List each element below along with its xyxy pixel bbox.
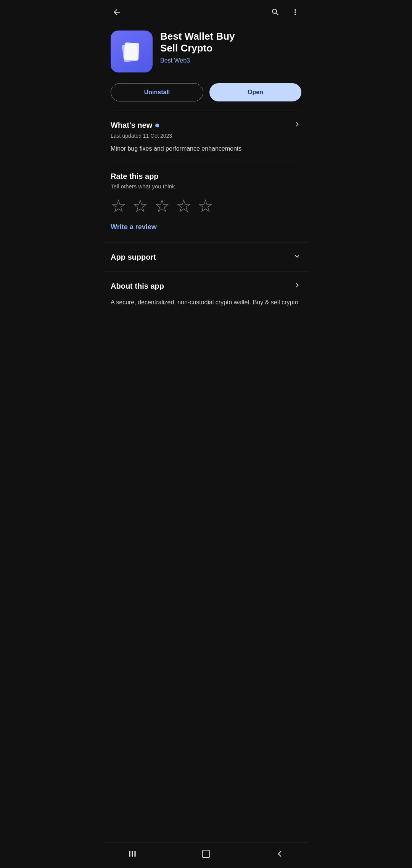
update-date: Last updated 11 Oct 2023: [111, 133, 301, 139]
about-app-section: About this app A secure, decentralized, …: [103, 272, 309, 313]
star-1[interactable]: ☆: [111, 197, 126, 215]
app-support-title: App support: [111, 253, 156, 262]
svg-rect-3: [132, 851, 133, 857]
rate-subtitle: Tell others what you think: [111, 183, 301, 190]
about-app-description: A secure, decentralized, non-custodial c…: [111, 297, 301, 307]
home-button[interactable]: [200, 847, 212, 860]
about-app-title: About this app: [111, 282, 164, 291]
write-review-button[interactable]: Write a review: [111, 223, 157, 231]
whats-new-header: What's new: [111, 120, 301, 130]
search-button[interactable]: [269, 6, 282, 18]
svg-rect-1: [124, 42, 139, 61]
star-2[interactable]: ☆: [132, 197, 148, 215]
star-5[interactable]: ☆: [198, 197, 213, 215]
app-support-section[interactable]: App support: [103, 243, 309, 272]
star-4[interactable]: ☆: [176, 197, 192, 215]
top-bar: [103, 0, 309, 24]
uninstall-button[interactable]: Uninstall: [111, 83, 203, 101]
whats-new-title-row: What's new: [111, 121, 159, 130]
top-bar-actions: [269, 6, 301, 18]
rate-app-section: Rate this app Tell others what you think…: [103, 161, 309, 239]
action-buttons: Uninstall Open: [103, 80, 309, 111]
svg-rect-4: [134, 851, 135, 857]
app-info-section: Best Wallet Buy Sell Crypto Best Web3: [103, 24, 309, 80]
back-button[interactable]: [111, 6, 123, 18]
about-app-header: About this app: [111, 281, 301, 291]
chevron-down-icon: [293, 252, 301, 262]
app-developer: Best Web3: [160, 57, 301, 64]
whats-new-arrow[interactable]: [293, 120, 301, 130]
bottom-nav: [103, 842, 309, 868]
update-description: Minor bug fixes and performance enhancem…: [111, 144, 301, 153]
app-name: Best Wallet Buy Sell Crypto: [160, 31, 301, 54]
about-app-arrow[interactable]: [293, 281, 301, 291]
svg-rect-2: [129, 851, 130, 857]
new-indicator-dot: [155, 124, 159, 127]
whats-new-title: What's new: [111, 121, 152, 130]
open-button[interactable]: Open: [209, 83, 301, 101]
svg-rect-5: [202, 850, 210, 858]
recent-apps-button[interactable]: [126, 847, 139, 860]
more-options-button[interactable]: [289, 6, 301, 18]
stars-row: ☆ ☆ ☆ ☆ ☆: [111, 197, 301, 215]
rate-title: Rate this app: [111, 172, 301, 181]
app-title-section: Best Wallet Buy Sell Crypto Best Web3: [160, 31, 301, 64]
back-nav-button[interactable]: [273, 847, 286, 860]
star-3[interactable]: ☆: [154, 197, 170, 215]
whats-new-section: What's new Last updated 11 Oct 2023 Mino…: [103, 111, 309, 161]
app-icon: [111, 31, 153, 72]
